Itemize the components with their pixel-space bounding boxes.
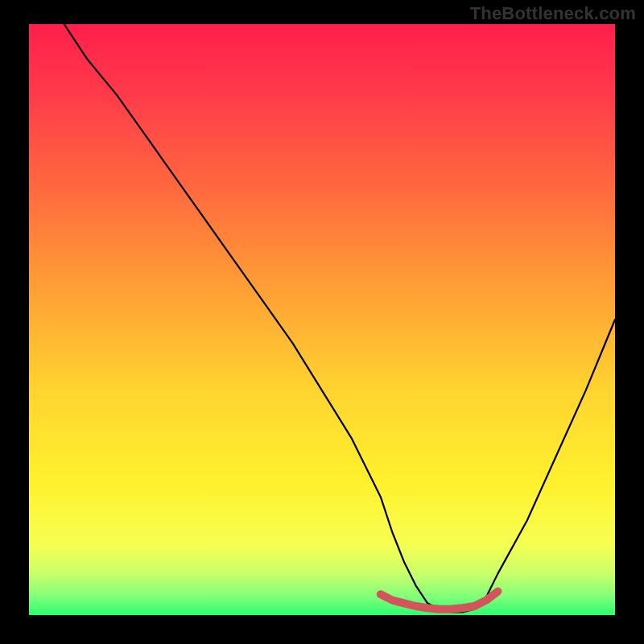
bottleneck-chart [0,0,644,644]
watermark-label: TheBottleneck.com [470,3,636,24]
gradient-background [29,24,615,615]
chart-frame: TheBottleneck.com [0,0,644,644]
